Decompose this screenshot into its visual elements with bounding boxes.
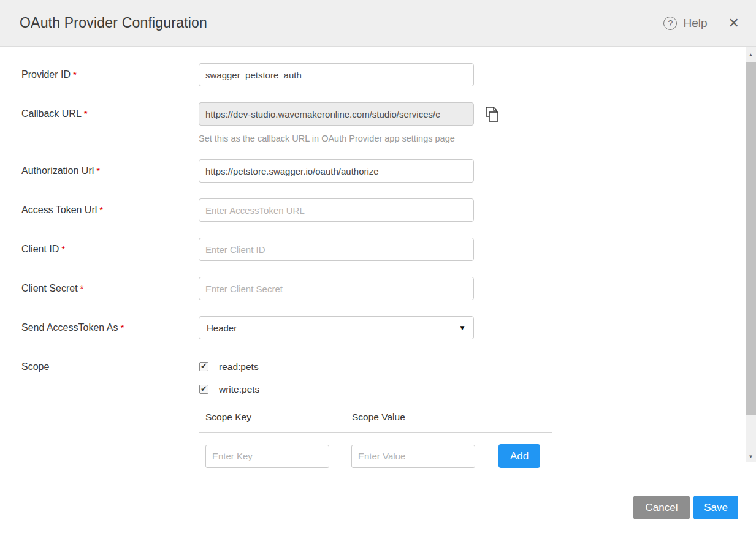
scope-label: Scope [21, 355, 199, 407]
help-button[interactable]: ? Help [663, 17, 707, 30]
scope-row: Scope ✔ read:pets ✔ write:pets [21, 355, 719, 407]
access-token-url-row: Access Token Url* [21, 198, 719, 222]
required-asterisk: * [80, 283, 84, 293]
chevron-down-icon: ▼ [459, 323, 466, 332]
client-id-label: Client ID* [21, 238, 199, 261]
scope-key-input[interactable] [205, 445, 329, 468]
required-asterisk: * [84, 108, 88, 119]
client-id-label-text: Client ID [21, 244, 59, 254]
scroll-down-icon[interactable]: ▼ [746, 450, 756, 462]
dialog-header: OAuth Provider Configuration ? Help ✕ [0, 0, 756, 47]
send-accesstoken-as-label-text: Send AccessToken As [21, 322, 118, 333]
checkbox-checked-icon[interactable]: ✔ [199, 385, 208, 394]
add-button[interactable]: Add [498, 444, 540, 468]
client-secret-row: Client Secret* [21, 277, 719, 300]
scope-value-header: Scope Value [352, 412, 405, 423]
scope-key-header: Scope Key [205, 412, 352, 423]
scope-option-label: read:pets [219, 361, 259, 372]
scope-options: ✔ read:pets ✔ write:pets [199, 355, 259, 407]
send-accesstoken-as-label: Send AccessToken As* [21, 316, 199, 339]
scope-table-input-row: Add [199, 444, 552, 468]
required-asterisk: * [96, 165, 100, 176]
provider-id-label: Provider ID* [21, 63, 199, 86]
authorization-url-label-text: Authorization Url [21, 165, 94, 176]
callback-url-label-text: Callback URL [21, 108, 82, 119]
vertical-scrollbar[interactable]: ▲ ▼ [746, 47, 756, 462]
authorization-url-input[interactable] [199, 159, 474, 183]
send-accesstoken-as-value: Header [207, 323, 237, 333]
cancel-button[interactable]: Cancel [633, 496, 690, 519]
provider-id-input[interactable] [199, 63, 474, 86]
required-asterisk: * [99, 205, 103, 215]
access-token-url-label-text: Access Token Url [21, 205, 97, 215]
check-icon: ✔ [200, 362, 207, 370]
scope-table: Scope Key Scope Value Add [199, 412, 552, 468]
callback-url-hint: Set this as the callback URL in OAuth Pr… [199, 134, 500, 143]
client-secret-label: Client Secret* [21, 277, 199, 300]
send-accesstoken-as-row: Send AccessToken As* Header ▼ [21, 316, 719, 339]
access-token-url-label: Access Token Url* [21, 198, 199, 222]
copy-icon [483, 105, 500, 123]
oauth-provider-configuration-dialog: OAuth Provider Configuration ? Help ✕ Pr… [0, 0, 756, 536]
required-asterisk: * [61, 244, 65, 254]
callback-url-control: Set this as the callback URL in OAuth Pr… [199, 102, 500, 143]
callback-url-inline [199, 102, 500, 126]
scroll-up-icon[interactable]: ▲ [746, 48, 756, 61]
provider-id-label-text: Provider ID [21, 69, 71, 80]
access-token-url-input[interactable] [199, 198, 474, 222]
help-label: Help [683, 17, 707, 30]
dialog-body: Provider ID* Callback URL* Set this as [0, 47, 756, 475]
scope-value-input[interactable] [351, 445, 475, 468]
scope-option-write-pets[interactable]: ✔ write:pets [199, 384, 259, 394]
client-id-input[interactable] [199, 238, 474, 261]
callback-url-row: Callback URL* Set this as the callback U… [21, 102, 719, 143]
client-secret-input[interactable] [199, 277, 474, 300]
close-icon[interactable]: ✕ [728, 17, 739, 30]
callback-url-label: Callback URL* [21, 102, 199, 143]
scope-option-read-pets[interactable]: ✔ read:pets [199, 361, 259, 372]
dialog-footer: Cancel Save [0, 476, 756, 536]
checkbox-checked-icon[interactable]: ✔ [199, 362, 208, 371]
dialog-title: OAuth Provider Configuration [20, 15, 663, 31]
scrollbar-thumb[interactable] [746, 62, 756, 415]
check-icon: ✔ [200, 385, 207, 393]
scope-option-label: write:pets [219, 384, 259, 395]
required-asterisk: * [73, 69, 77, 80]
authorization-url-row: Authorization Url* [21, 159, 719, 183]
client-secret-label-text: Client Secret [21, 283, 78, 293]
send-accesstoken-as-select[interactable]: Header ▼ [199, 316, 474, 339]
save-button[interactable]: Save [693, 496, 738, 519]
authorization-url-label: Authorization Url* [21, 159, 199, 183]
callback-url-input [199, 102, 474, 126]
client-id-row: Client ID* [21, 238, 719, 261]
required-asterisk: * [120, 322, 124, 333]
scope-table-headers: Scope Key Scope Value [199, 412, 552, 433]
copy-button[interactable] [483, 105, 500, 123]
provider-id-row: Provider ID* [21, 63, 719, 86]
help-question-icon: ? [663, 17, 677, 30]
